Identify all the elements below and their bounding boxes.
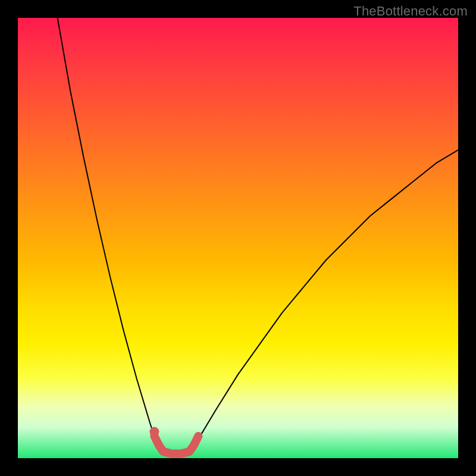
series-right-branch — [194, 150, 458, 445]
series-container — [58, 18, 458, 454]
series-left-branch — [58, 18, 159, 445]
plot-area — [18, 18, 458, 458]
chart-svg — [18, 18, 458, 458]
marker-left-cap-dot — [149, 427, 159, 437]
chart-frame: TheBottleneck.com — [0, 0, 476, 476]
series-valley-highlight — [154, 436, 198, 454]
watermark-text: TheBottleneck.com — [353, 4, 468, 19]
